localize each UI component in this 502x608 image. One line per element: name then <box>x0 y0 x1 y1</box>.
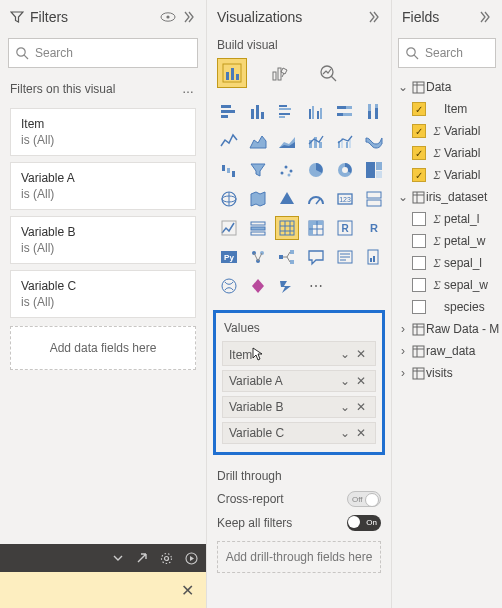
viz-multi-row-card-icon[interactable] <box>362 187 386 211</box>
tab-analytics[interactable] <box>313 58 343 88</box>
viz-map-icon[interactable] <box>217 187 241 211</box>
more-options-icon[interactable]: … <box>182 82 196 96</box>
remove-field-icon[interactable]: ✕ <box>353 347 369 361</box>
viz-donut-icon[interactable] <box>333 158 357 182</box>
field-row[interactable]: Σpetal_w <box>410 230 502 252</box>
svg-rect-17 <box>221 110 235 113</box>
viz-qna-icon[interactable] <box>304 245 328 269</box>
field-checkbox[interactable] <box>412 168 426 182</box>
viz-key-influencers-icon[interactable] <box>246 245 270 269</box>
viz-treemap-icon[interactable] <box>362 158 386 182</box>
collapse-pane-icon[interactable] <box>474 7 494 27</box>
viz-kpi-icon[interactable] <box>217 216 241 240</box>
remove-field-icon[interactable]: ✕ <box>353 426 369 440</box>
keep-filters-toggle[interactable]: On <box>347 515 381 531</box>
field-row[interactable]: Σsepal_l <box>410 252 502 274</box>
field-checkbox[interactable] <box>412 124 426 138</box>
values-label: Values <box>222 317 376 341</box>
field-row[interactable]: Σpetal_l <box>410 208 502 230</box>
viz-area-icon[interactable] <box>246 129 270 153</box>
viz-power-automate-icon[interactable] <box>275 274 299 298</box>
field-checkbox[interactable] <box>412 146 426 160</box>
viz-gauge-icon[interactable] <box>304 187 328 211</box>
viz-clustered-bar-icon[interactable] <box>275 100 299 124</box>
viz-stacked-bar-icon[interactable] <box>217 100 241 124</box>
collapse-pane-icon[interactable] <box>363 7 383 27</box>
field-checkbox[interactable] <box>412 234 426 248</box>
table-row[interactable]: ⌄ Data <box>396 76 502 98</box>
viz-matrix-icon[interactable] <box>304 216 328 240</box>
filter-card[interactable]: Variable C is (All) <box>10 270 196 318</box>
viz-decomposition-tree-icon[interactable] <box>275 245 299 269</box>
viz-ribbon-icon[interactable] <box>362 129 386 153</box>
tab-format-visual[interactable] <box>265 58 295 88</box>
viz-table-icon[interactable] <box>275 216 299 240</box>
tab-build-visual[interactable] <box>217 58 247 88</box>
close-icon[interactable]: ✕ <box>181 581 194 600</box>
viz-python-icon[interactable]: Py <box>217 245 241 269</box>
value-field-row[interactable]: Variable A ⌄ ✕ <box>222 370 376 392</box>
viz-100-stacked-column-icon[interactable] <box>362 100 386 124</box>
field-checkbox[interactable] <box>412 212 426 226</box>
chevron-down-icon[interactable]: ⌄ <box>337 426 353 440</box>
table-row[interactable]: ⌄ iris_dataset <box>396 186 502 208</box>
field-row[interactable]: Σsepal_w <box>410 274 502 296</box>
focus-mode-icon[interactable] <box>136 552 148 564</box>
viz-filled-map-icon[interactable] <box>246 187 270 211</box>
viz-line-icon[interactable] <box>217 129 241 153</box>
field-checkbox[interactable] <box>412 256 426 270</box>
chevron-down-icon[interactable] <box>112 552 124 564</box>
viz-stacked-column-icon[interactable] <box>246 100 270 124</box>
filter-card[interactable]: Variable A is (All) <box>10 162 196 210</box>
add-filter-fields-dropzone[interactable]: Add data fields here <box>10 326 196 370</box>
field-row[interactable]: Item <box>410 98 502 120</box>
add-drill-fields-dropzone[interactable]: Add drill-through fields here <box>217 541 381 573</box>
value-field-row[interactable]: Item ⌄ ✕ <box>222 341 376 366</box>
viz-scatter-icon[interactable] <box>275 158 299 182</box>
chevron-down-icon[interactable]: ⌄ <box>337 400 353 414</box>
settings-icon[interactable] <box>160 552 173 565</box>
viz-r-script-icon[interactable]: R <box>362 216 386 240</box>
viz-paginated-report-icon[interactable] <box>362 245 386 269</box>
remove-field-icon[interactable]: ✕ <box>353 400 369 414</box>
fields-search-input[interactable]: Search <box>398 38 496 68</box>
value-field-row[interactable]: Variable C ⌄ ✕ <box>222 422 376 444</box>
viz-line-clustered-column-icon[interactable] <box>333 129 357 153</box>
collapse-pane-icon[interactable] <box>178 7 198 27</box>
field-checkbox[interactable] <box>412 300 426 314</box>
field-row[interactable]: species <box>410 296 502 318</box>
viz-waterfall-icon[interactable] <box>217 158 241 182</box>
play-icon[interactable] <box>185 552 198 565</box>
field-row[interactable]: ΣVariabl <box>410 164 502 186</box>
viz-clustered-column-icon[interactable] <box>304 100 328 124</box>
viz-card-icon[interactable]: 123 <box>333 187 357 211</box>
field-checkbox[interactable] <box>412 278 426 292</box>
viz-pie-icon[interactable] <box>304 158 328 182</box>
viz-smart-narrative-icon[interactable] <box>333 245 357 269</box>
table-row[interactable]: › Raw Data - M <box>396 318 502 340</box>
table-row[interactable]: › raw_data <box>396 340 502 362</box>
field-row[interactable]: ΣVariabl <box>410 142 502 164</box>
viz-azure-map-icon[interactable] <box>275 187 299 211</box>
viz-power-apps-icon[interactable] <box>246 274 270 298</box>
filter-card[interactable]: Variable B is (All) <box>10 216 196 264</box>
chevron-down-icon[interactable]: ⌄ <box>337 347 353 361</box>
viz-get-more-icon[interactable]: ⋯ <box>304 274 328 298</box>
filters-search-input[interactable]: Search <box>8 38 198 68</box>
viz-arcgis-icon[interactable] <box>217 274 241 298</box>
viz-funnel-icon[interactable] <box>246 158 270 182</box>
table-row[interactable]: › visits <box>396 362 502 384</box>
filter-card[interactable]: Item is (All) <box>10 108 196 156</box>
show-hide-icon[interactable] <box>158 7 178 27</box>
viz-r-visual-icon[interactable]: R <box>333 216 357 240</box>
value-field-row[interactable]: Variable B ⌄ ✕ <box>222 396 376 418</box>
chevron-down-icon[interactable]: ⌄ <box>337 374 353 388</box>
viz-100-stacked-bar-icon[interactable] <box>333 100 357 124</box>
field-row[interactable]: ΣVariabl <box>410 120 502 142</box>
viz-slicer-icon[interactable] <box>246 216 270 240</box>
field-checkbox[interactable] <box>412 102 426 116</box>
remove-field-icon[interactable]: ✕ <box>353 374 369 388</box>
viz-line-stacked-column-icon[interactable] <box>304 129 328 153</box>
cross-report-toggle[interactable]: Off <box>347 491 381 507</box>
viz-stacked-area-icon[interactable] <box>275 129 299 153</box>
